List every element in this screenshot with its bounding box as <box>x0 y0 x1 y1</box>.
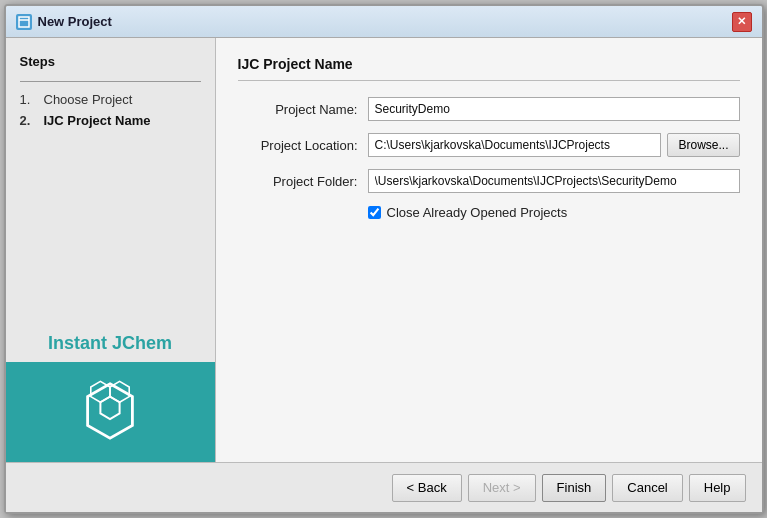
svg-rect-0 <box>19 17 29 27</box>
step-number-1: 1. <box>20 92 38 107</box>
close-button[interactable]: ✕ <box>732 12 752 32</box>
brand-section: Instant JChem <box>6 323 215 462</box>
browse-button[interactable]: Browse... <box>667 133 739 157</box>
sidebar: Steps 1. Choose Project 2. IJC Project N… <box>6 38 216 462</box>
project-name-label: Project Name: <box>238 102 368 117</box>
project-name-row: Project Name: <box>238 97 740 121</box>
project-name-input[interactable] <box>368 97 740 121</box>
form-area: Project Name: Project Location: Browse..… <box>238 97 740 220</box>
brand-logo-area <box>6 362 216 462</box>
step-number-2: 2. <box>20 113 38 128</box>
close-opened-checkbox[interactable] <box>368 206 381 219</box>
content-area: Steps 1. Choose Project 2. IJC Project N… <box>6 38 762 462</box>
help-button[interactable]: Help <box>689 474 746 502</box>
step-item-1: 1. Choose Project <box>20 92 201 107</box>
hex-logo-icon <box>78 379 142 446</box>
steps-section: Steps 1. Choose Project 2. IJC Project N… <box>6 38 215 150</box>
project-location-row: Project Location: Browse... <box>238 133 740 157</box>
project-location-input[interactable] <box>368 133 662 157</box>
main-panel: IJC Project Name Project Name: Project L… <box>216 38 762 462</box>
step-label-2: IJC Project Name <box>44 113 151 128</box>
steps-divider <box>20 81 201 82</box>
panel-title: IJC Project Name <box>238 56 740 81</box>
project-folder-row: Project Folder: <box>238 169 740 193</box>
back-button[interactable]: < Back <box>392 474 462 502</box>
close-opened-label: Close Already Opened Projects <box>387 205 568 220</box>
dialog-title: New Project <box>38 14 112 29</box>
project-folder-label: Project Folder: <box>238 174 368 189</box>
dialog-icon <box>16 14 32 30</box>
step-label-1: Choose Project <box>44 92 133 107</box>
cancel-button[interactable]: Cancel <box>612 474 682 502</box>
steps-title: Steps <box>20 54 201 69</box>
finish-button[interactable]: Finish <box>542 474 607 502</box>
step-item-2: 2. IJC Project Name <box>20 113 201 128</box>
footer: < Back Next > Finish Cancel Help <box>6 462 762 512</box>
project-location-label: Project Location: <box>238 138 368 153</box>
title-bar: New Project ✕ <box>6 6 762 38</box>
next-button[interactable]: Next > <box>468 474 536 502</box>
project-folder-input[interactable] <box>368 169 740 193</box>
brand-name: Instant JChem <box>48 323 172 362</box>
new-project-dialog: New Project ✕ Steps 1. Choose Project 2.… <box>4 4 764 514</box>
checkbox-row: Close Already Opened Projects <box>368 205 740 220</box>
